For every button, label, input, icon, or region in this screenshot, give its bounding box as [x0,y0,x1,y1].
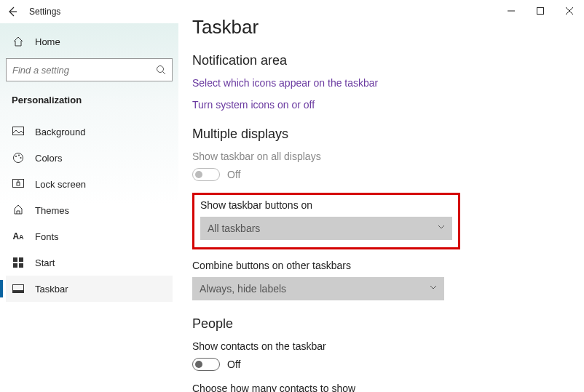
sidebar: Home Personalization Background Colors L… [0,23,178,392]
chevron-down-icon [438,225,445,229]
section-notification-area: Notification area [192,53,567,68]
dropdown-show-taskbar-buttons[interactable]: All taskbars [200,217,452,240]
maximize-icon [537,7,544,15]
toggle-state: Off [227,359,240,370]
sidebar-item-fonts[interactable]: AA Fonts [6,223,173,249]
svg-point-7 [14,153,23,163]
dropdown-value: All taskbars [208,223,260,234]
page-title: Taskbar [192,16,567,39]
svg-rect-18 [13,290,24,293]
toggle-state: Off [227,169,240,180]
search-icon [156,65,166,75]
app-title: Settings [29,7,60,17]
svg-point-4 [157,66,164,73]
search-input[interactable] [12,65,156,76]
highlight-show-taskbar-buttons: Show taskbar buttons on All taskbars [192,193,460,249]
dropdown-combine-buttons[interactable]: Always, hide labels [192,277,444,300]
svg-rect-16 [19,263,23,268]
label-show-contacts: Show contacts on the taskbar [192,340,567,352]
sidebar-section-header: Personalization [6,90,173,119]
svg-rect-6 [13,127,24,135]
search-container [6,58,173,81]
section-people: People [192,316,567,332]
sidebar-item-home[interactable]: Home [6,29,173,54]
sidebar-item-colors[interactable]: Colors [6,145,173,171]
label-show-taskbar-buttons: Show taskbar buttons on [200,199,452,211]
link-system-icons[interactable]: Turn system icons on or off [192,99,567,111]
svg-point-9 [18,155,20,156]
start-icon [12,256,25,269]
sidebar-item-label: Taskbar [35,284,68,295]
svg-point-8 [15,156,17,157]
svg-rect-14 [19,257,23,262]
sidebar-item-background[interactable]: Background [6,119,173,145]
sidebar-item-label: Colors [35,153,63,164]
sidebar-item-taskbar[interactable]: Taskbar [6,276,173,302]
sidebar-item-label: Themes [35,205,69,216]
sidebar-item-label: Background [35,127,85,137]
svg-rect-15 [13,263,17,268]
sidebar-item-start[interactable]: Start [6,249,173,276]
picture-icon [12,125,25,138]
sidebar-item-label: Home [35,36,60,47]
sidebar-item-label: Start [35,257,55,268]
themes-icon [12,204,25,217]
home-icon [12,35,25,48]
arrow-left-icon [7,7,17,17]
svg-point-10 [20,157,22,159]
search-box[interactable] [6,58,173,81]
minimize-icon [508,7,515,15]
close-icon [566,7,573,15]
toggle-show-all-displays [192,168,220,181]
taskbar-icon [12,282,25,295]
fonts-icon: AA [12,230,25,243]
sidebar-item-themes[interactable]: Themes [6,197,173,223]
chevron-down-icon [430,285,437,289]
svg-rect-1 [537,8,544,15]
main-content: Taskbar Notification area Select which i… [192,16,584,392]
lock-screen-icon [12,177,25,191]
palette-icon [12,151,25,164]
back-button[interactable] [0,0,25,23]
section-multiple-displays: Multiple displays [192,127,567,142]
label-show-all-displays: Show taskbar on all displays [192,151,567,162]
svg-rect-13 [13,257,17,262]
dropdown-value: Always, hide labels [200,283,286,295]
sidebar-item-lock-screen[interactable]: Lock screen [6,171,173,197]
toggle-show-contacts[interactable] [192,358,220,371]
link-select-icons[interactable]: Select which icons appear on the taskbar [192,77,567,89]
label-combine-buttons: Combine buttons on other taskbars [192,260,567,271]
svg-rect-12 [17,183,20,185]
svg-line-5 [163,72,166,75]
label-choose-contacts-count: Choose how many contacts to show [192,383,567,392]
sidebar-item-label: Fonts [35,231,59,242]
sidebar-item-label: Lock screen [35,179,86,190]
